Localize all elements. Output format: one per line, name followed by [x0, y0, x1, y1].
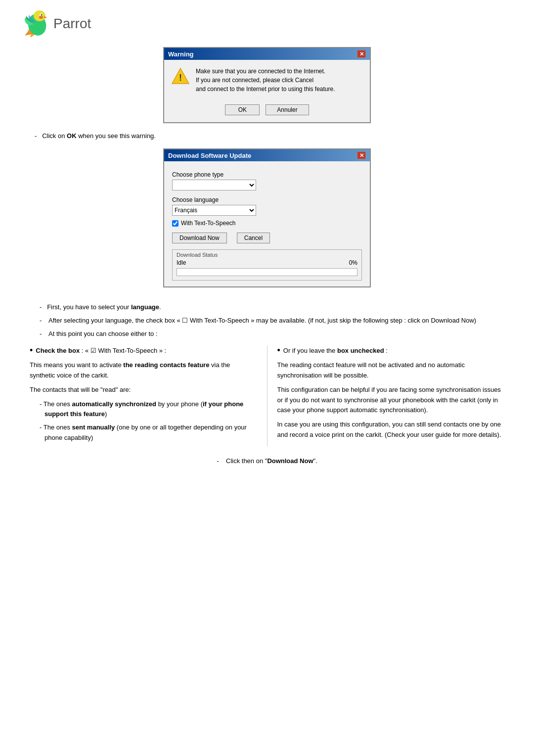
status-percent: 0% — [349, 259, 357, 266]
first-instruction: - First, you have to select your languag… — [40, 302, 504, 313]
check-box-desc: This means you want to activate the read… — [30, 360, 257, 381]
warning-close-button[interactable]: ✕ — [357, 50, 366, 58]
check-box-bullet: • Check the box : « ☑ With Text-To-Speec… — [30, 346, 257, 356]
sent-manually-line: - The ones sent manually (one by one or … — [40, 423, 257, 443]
final-instruction: - Click then on "Download Now". — [30, 456, 504, 467]
warning-dialog-container: Warning ✕ ! Make sure that you are conne… — [20, 47, 514, 123]
after-language-instruction: - After selecting your language, the che… — [40, 316, 504, 326]
download-body: Choose phone type Choose language França… — [164, 161, 370, 286]
left-column: • Check the box : « ☑ With Text-To-Speec… — [30, 346, 267, 446]
reading-contacts-bold: the reading contacts feature — [123, 361, 209, 369]
tts-label: With Text-To-Speech — [181, 220, 236, 227]
logo-area: Parrot — [20, 10, 514, 37]
language-label: Choose language — [172, 196, 362, 203]
instruction-ok: - Click on OK when you see this warning. — [35, 132, 514, 140]
right-column: • Or if you leave the box unchecked : Th… — [267, 346, 505, 446]
download-status-label: Download Status — [177, 252, 357, 258]
download-now-button[interactable]: Download Now — [172, 233, 227, 243]
warning-body: ! Make sure that you are connected to th… — [164, 60, 370, 100]
tts-checkbox-row: With Text-To-Speech — [172, 220, 362, 227]
instruction1-text: when you see this warning. — [78, 132, 156, 140]
warning-title: Warning — [168, 50, 194, 58]
svg-point-1 — [34, 10, 45, 21]
choose-option-instruction: - At this point you can choose either to… — [40, 329, 504, 339]
unchecked-bullet: • Or if you leave the box unchecked : — [277, 346, 505, 356]
two-col-section: • Check the box : « ☑ With Text-To-Speec… — [30, 346, 504, 446]
download-now-bold: Download Now — [267, 457, 313, 465]
check-box-bullet-text: Check the box : « ☑ With Text-To-Speech … — [36, 346, 166, 356]
logo-text: Parrot — [53, 16, 91, 32]
download-cancel-button[interactable]: Cancel — [237, 233, 270, 243]
body-text-area: - First, you have to select your languag… — [20, 302, 514, 467]
tts-checkbox[interactable] — [172, 220, 178, 227]
ok-bold: OK — [67, 132, 77, 140]
warning-line1: Make sure that you are connected to the … — [196, 68, 325, 75]
warning-buttons: OK Annuler — [164, 100, 370, 122]
warning-titlebar: Warning ✕ — [164, 48, 370, 60]
svg-point-4 — [39, 16, 43, 19]
language-bold: language — [131, 303, 159, 311]
language-select-wrapper: Français — [172, 205, 256, 216]
right-col-p1: The reading contact feature will not be … — [277, 360, 505, 381]
bullet-dot-left: • — [30, 346, 33, 356]
svg-point-3 — [41, 14, 43, 16]
right-col-p2: This configuration can be helpful if you… — [277, 385, 505, 416]
warning-line2: If you are not connected, please click C… — [196, 77, 313, 84]
status-row: Idle 0% — [177, 259, 357, 266]
warning-cancel-button[interactable]: Annuler — [266, 104, 309, 115]
warning-icon: ! — [171, 67, 190, 86]
language-select[interactable]: Français — [172, 205, 256, 216]
status-text: Idle — [177, 259, 186, 266]
phone-type-label: Choose phone type — [172, 171, 362, 178]
warning-dialog: Warning ✕ ! Make sure that you are conne… — [163, 47, 371, 123]
download-dialog-container: Download Software Update ✕ Choose phone … — [20, 148, 514, 287]
unchecked-bullet-text: Or if you leave the box unchecked : — [283, 346, 388, 356]
download-dialog: Download Software Update ✕ Choose phone … — [163, 148, 371, 287]
download-title: Download Software Update — [168, 152, 251, 159]
auto-sync-line: - The ones automatically synchronized by… — [40, 399, 257, 420]
download-action-buttons: Download Now Cancel — [172, 233, 362, 243]
phone-type-select-wrapper — [172, 180, 256, 190]
warning-message: Make sure that you are connected to the … — [196, 67, 363, 94]
right-col-p3: In case you are using this configuration… — [277, 420, 505, 440]
contacts-read-label: The contacts that will be "read" are: — [30, 385, 257, 395]
parrot-logo-icon — [20, 10, 49, 37]
warning-ok-button[interactable]: OK — [225, 104, 260, 115]
download-close-button[interactable]: ✕ — [357, 151, 366, 159]
warning-line3: and connect to the Internet prior to usi… — [196, 86, 335, 93]
download-titlebar: Download Software Update ✕ — [164, 149, 370, 161]
progress-bar — [177, 268, 357, 276]
phone-type-select[interactable] — [172, 180, 256, 190]
svg-text:!: ! — [179, 73, 182, 83]
bullet-dot-right: • — [277, 346, 280, 356]
download-status-group: Download Status Idle 0% — [172, 249, 362, 281]
